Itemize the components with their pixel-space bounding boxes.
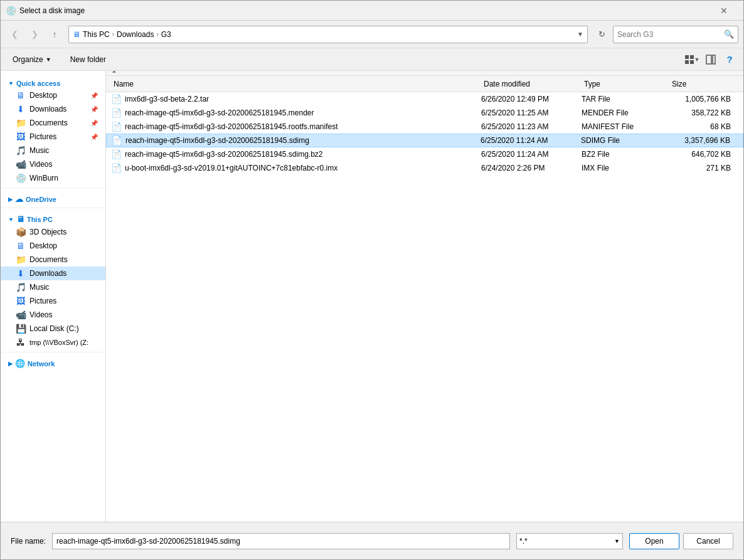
- search-icon: 🔍: [724, 29, 734, 39]
- file-size-5: 271 KB: [669, 164, 738, 172]
- file-date-1: 6/25/2020 11:25 AM: [481, 108, 582, 117]
- svg-rect-2: [685, 60, 689, 64]
- divider-1: [1, 188, 105, 188]
- preview-pane-button[interactable]: [702, 51, 720, 68]
- sidebar-item-documents-quick[interactable]: 📁 Documents 📌: [1, 116, 105, 130]
- network-icon: 🌐: [15, 359, 25, 368]
- sidebar: ▼ Quick access 🖥 Desktop 📌 ⬇ Downloads 📌…: [1, 71, 106, 522]
- sidebar-item-tmp-drive[interactable]: 🖧 tmp (\\VBoxSvr) (Z:: [1, 335, 105, 349]
- file-icon-1: 📄: [111, 108, 121, 118]
- up-button[interactable]: ↑: [46, 26, 63, 43]
- file-list: 📄 imx6dl-g3-sd-beta-2.2.tar 6/26/2020 12…: [106, 92, 743, 522]
- file-size-2: 68 KB: [669, 122, 738, 131]
- videos-icon: 📹: [16, 159, 26, 169]
- network-drive-icon: 🖧: [16, 337, 26, 347]
- help-button[interactable]: ?: [721, 51, 738, 68]
- file-item-3[interactable]: 📄 reach-image-qt5-imx6dl-g3-sd-202006251…: [106, 134, 743, 147]
- file-date-4: 6/25/2020 11:24 AM: [481, 150, 582, 159]
- file-date-5: 6/24/2020 2:26 PM: [481, 164, 582, 172]
- breadcrumb-g3[interactable]: G3: [161, 30, 171, 39]
- local-disk-icon: 💾: [16, 324, 26, 334]
- breadcrumb-sep-2: ›: [156, 31, 158, 38]
- file-type-2: MANIFEST File: [582, 122, 669, 131]
- file-type-5: IMX File: [582, 164, 669, 172]
- file-item-0[interactable]: 📄 imx6dl-g3-sd-beta-2.2.tar 6/26/2020 12…: [106, 92, 743, 106]
- preview-icon: [706, 55, 716, 65]
- bottom-bar: File name: *.* ▼ Open Cancel: [1, 522, 743, 559]
- forward-button[interactable]: ❯: [26, 26, 43, 43]
- action-buttons: Open Cancel: [629, 533, 733, 549]
- filetype-dropdown[interactable]: *.* ▼: [516, 533, 623, 549]
- breadcrumb-thispc[interactable]: 🖥 This PC: [73, 30, 110, 39]
- organize-button[interactable]: Organize ▼: [6, 51, 58, 68]
- music-icon: 🎵: [16, 145, 26, 156]
- svg-rect-4: [706, 55, 711, 64]
- downloads-icon-2: ⬇: [16, 268, 26, 278]
- close-button[interactable]: ✕: [709, 1, 738, 21]
- file-size-3: 3,357,696 KB: [669, 136, 738, 145]
- filename-input[interactable]: [52, 533, 510, 549]
- onedrive-header[interactable]: ▶ ☁ OneDrive: [1, 191, 105, 205]
- file-item-2[interactable]: 📄 reach-image-qt5-imx6dl-g3-sd-202006251…: [106, 120, 743, 134]
- documents-icon: 📁: [16, 118, 26, 128]
- search-input[interactable]: [617, 30, 724, 39]
- network-header[interactable]: ▶ 🌐 Network: [1, 355, 105, 369]
- documents-icon-2: 📁: [16, 255, 26, 265]
- sidebar-item-videos-quick[interactable]: 📹 Videos: [1, 157, 105, 171]
- search-box: 🔍: [613, 26, 738, 43]
- open-button[interactable]: Open: [629, 533, 679, 549]
- sidebar-item-desktop-quick[interactable]: 🖥 Desktop 📌: [1, 88, 105, 102]
- pin-icon-downloads: 📌: [90, 106, 98, 113]
- file-size-1: 358,722 KB: [669, 108, 738, 117]
- file-item-5[interactable]: 📄 u-boot-imx6dl-g3-sd-v2019.01+gitAUTOIN…: [106, 161, 743, 175]
- col-header-type[interactable]: Type: [582, 80, 669, 88]
- sidebar-item-downloads[interactable]: ⬇ Downloads: [1, 267, 105, 280]
- svg-rect-3: [690, 60, 694, 64]
- back-button[interactable]: ❮: [6, 26, 23, 43]
- toolbar-right: ▼ ?: [683, 51, 738, 68]
- refresh-button[interactable]: ↻: [593, 26, 610, 43]
- winburn-icon: 💿: [16, 173, 26, 183]
- sidebar-item-music[interactable]: 🎵 Music: [1, 280, 105, 294]
- sidebar-item-downloads-quick[interactable]: ⬇ Downloads 📌: [1, 102, 105, 116]
- pin-icon-pictures: 📌: [90, 134, 98, 140]
- view-icon: [684, 55, 694, 65]
- col-header-date[interactable]: Date modified: [481, 80, 582, 88]
- breadcrumb-downloads[interactable]: Downloads: [117, 30, 154, 39]
- view-toggle-button[interactable]: ▼: [683, 51, 701, 68]
- title-bar: 💿 Select a disk image ✕: [1, 1, 743, 21]
- file-item-1[interactable]: 📄 reach-image-qt5-imx6dl-g3-sd-202006251…: [106, 106, 743, 120]
- sidebar-item-winburn[interactable]: 💿 WinBurn: [1, 171, 105, 185]
- file-item-4[interactable]: 📄 reach-image-qt5-imx6dl-g3-sd-202006251…: [106, 147, 743, 161]
- pin-icon: 📌: [90, 92, 98, 99]
- sidebar-item-3dobjects[interactable]: 📦 3D Objects: [1, 225, 105, 239]
- sidebar-item-music-quick[interactable]: 🎵 Music: [1, 144, 105, 157]
- file-area: ▲ Name Date modified Type Size: [106, 71, 743, 522]
- pin-icon-documents: 📌: [90, 120, 98, 127]
- cancel-button[interactable]: Cancel: [683, 533, 733, 549]
- file-icon-3: 📄: [112, 135, 122, 145]
- file-size-4: 646,702 KB: [669, 150, 738, 159]
- sidebar-item-pictures[interactable]: 🖼 Pictures: [1, 294, 105, 308]
- sidebar-item-documents[interactable]: 📁 Documents: [1, 253, 105, 267]
- dialog-window: 💿 Select a disk image ✕ ❮ ❯ ↑ 🖥 This PC …: [0, 0, 744, 560]
- sidebar-item-pictures-quick[interactable]: 🖼 Pictures 📌: [1, 130, 105, 144]
- new-folder-button[interactable]: New folder: [63, 51, 113, 68]
- desktop-icon-2: 🖥: [16, 241, 26, 251]
- file-name-4: reach-image-qt5-imx6dl-g3-sd-20200625181…: [125, 150, 481, 159]
- desktop-icon: 🖥: [16, 90, 26, 100]
- file-date-0: 6/26/2020 12:49 PM: [481, 95, 582, 103]
- thispc-header[interactable]: ▼ 🖥 This PC: [1, 211, 105, 225]
- sidebar-item-videos[interactable]: 📹 Videos: [1, 308, 105, 322]
- file-icon-5: 📄: [111, 163, 121, 173]
- quick-access-header[interactable]: ▼ Quick access: [1, 76, 105, 88]
- onedrive-icon: ☁: [15, 194, 23, 204]
- col-header-size[interactable]: Size: [669, 80, 738, 88]
- sidebar-item-local-disk[interactable]: 💾 Local Disk (C:): [1, 322, 105, 335]
- breadcrumb-dropdown[interactable]: ▼: [577, 31, 583, 38]
- svg-rect-1: [690, 55, 694, 59]
- pictures-icon-2: 🖼: [16, 296, 26, 306]
- col-header-name[interactable]: Name: [111, 80, 481, 88]
- sidebar-item-desktop[interactable]: 🖥 Desktop: [1, 239, 105, 253]
- downloads-icon: ⬇: [16, 104, 26, 114]
